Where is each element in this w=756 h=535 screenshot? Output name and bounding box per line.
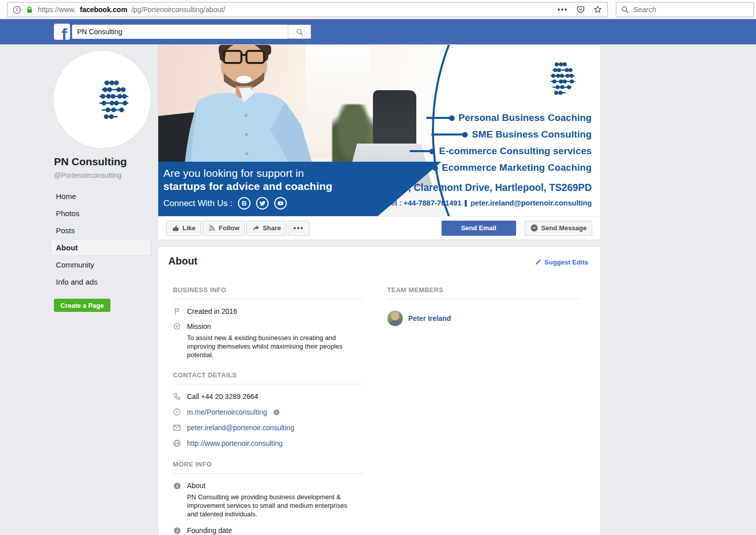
created-row: Created in 2016 [173, 307, 363, 315]
cover-contact-line: Tel : +44-7887-761491 peter.ireland@port… [387, 199, 592, 207]
phone-label: Call +44 20 3289 2664 [187, 392, 258, 400]
info-icon [173, 482, 181, 490]
create-a-page-button[interactable]: Create a Page [54, 299, 110, 312]
phone-icon [173, 392, 181, 400]
messenger-icon [173, 408, 181, 416]
team-member-row[interactable]: Peter Ireland [387, 310, 581, 326]
envelope-icon [173, 424, 181, 431]
page-info-icon[interactable] [13, 6, 21, 14]
sidebar-item-info-and-ads[interactable]: Info and ads [50, 273, 151, 290]
info-icon [173, 527, 181, 534]
service-item: SME Business Consulting [431, 128, 592, 141]
facebook-search-button[interactable] [288, 25, 311, 39]
cover-headline-1: Are you looking for support in [163, 167, 442, 179]
email-row: peter.ireland@portenoir.consulting [173, 424, 363, 432]
mission-label: Mission [187, 322, 211, 330]
sidebar-item-about[interactable]: About [50, 239, 151, 256]
cover-telephone: Tel : +44-7887-761491 [387, 199, 462, 207]
cover-email: peter.ireland@portenoir.consulting [470, 199, 592, 207]
send-message-button[interactable]: Send Message [525, 221, 592, 236]
sidebar-item-community[interactable]: Community [50, 256, 151, 273]
page-navigation: Home Photos Posts About Community Info a… [50, 187, 151, 290]
separator [465, 200, 467, 207]
page-action-bar: Like Follow Share ••• Send Email Send Me… [158, 216, 600, 239]
info-icon[interactable] [273, 409, 280, 416]
url-path: /pg/Portenoirconsulting/about/ [132, 6, 225, 14]
sidebar-item-photos[interactable]: Photos [50, 205, 151, 222]
service-item: Ecommerce Marketing Coaching [404, 162, 592, 174]
team-member-name[interactable]: Peter Ireland [408, 314, 451, 322]
contact-details-header: CONTACT DETAILS [173, 371, 363, 384]
about-section-card: About Suggest Edits BUSINESS INFO Create… [158, 246, 601, 535]
service-item: E-commerce Consulting services [410, 145, 592, 157]
business-info-header: BUSINESS INFO [173, 286, 363, 299]
sidebar-item-home[interactable]: Home [50, 187, 151, 205]
share-arrow-icon [252, 224, 260, 232]
avatar[interactable] [387, 310, 403, 326]
more-options-button[interactable]: ••• [288, 221, 309, 236]
service-item: Personal Business Coaching [426, 112, 592, 124]
send-email-button[interactable]: Send Email [442, 221, 516, 236]
sidebar-item-posts[interactable]: Posts [50, 222, 151, 239]
website-link[interactable]: http://www.portenoir.consulting [187, 439, 283, 447]
url-domain: facebook.com [80, 6, 127, 14]
page-handle: @Portenoirconsulting [54, 171, 121, 179]
messenger-icon [530, 224, 538, 232]
facebook-search-input[interactable] [72, 25, 288, 39]
browser-search-field[interactable]: Search [616, 2, 754, 17]
facebook-logo[interactable]: f [54, 24, 70, 40]
cover-card: Are you looking for support in startups … [158, 44, 601, 239]
phone-row: Call +44 20 3289 2664 [173, 392, 363, 400]
about-right-column: TEAM MEMBERS Peter Ireland [387, 286, 581, 326]
cover-address: 15, Claremont Drive, Hartlepool, TS269PD [397, 182, 592, 193]
mission-text: To assist new & existing businesses in c… [187, 333, 354, 359]
about-label: About [187, 482, 206, 490]
pn-consulting-logo [73, 72, 132, 128]
team-members-header: TEAM MEMBERS [387, 286, 581, 299]
about-left-column: BUSINESS INFO Created in 2016 Mission To… [173, 286, 363, 534]
blogger-icon: B [238, 197, 250, 210]
share-button[interactable]: Share [246, 221, 286, 236]
flag-icon [173, 307, 181, 315]
cover-photo[interactable]: Are you looking for support in startups … [158, 45, 600, 216]
youtube-icon [274, 197, 287, 210]
mission-target-icon [173, 322, 181, 330]
about-row: About [173, 482, 363, 490]
messenger-link[interactable]: m.me/Portenoirconsulting [187, 408, 267, 416]
like-button[interactable]: Like [166, 221, 201, 236]
bookmark-star-icon[interactable] [593, 5, 602, 14]
follow-button[interactable]: Follow [203, 221, 245, 236]
follow-rss-icon [208, 224, 216, 232]
search-icon [621, 6, 629, 14]
cover-info-panel: Personal Business Coaching SME Business … [419, 45, 600, 216]
founding-date-row: Founding date [173, 526, 363, 534]
created-label: Created in 2016 [187, 307, 237, 315]
facebook-header: f [0, 19, 756, 44]
service-label: SME Business Consulting [472, 129, 592, 140]
url-bar[interactable]: https://www.facebook.com/pg/Portenoircon… [7, 2, 608, 17]
url-scheme: https://www. [38, 6, 76, 14]
about-text: PN Consulting we providing business deve… [187, 493, 354, 518]
messenger-row: m.me/Portenoirconsulting [173, 408, 363, 416]
suggest-edits-link[interactable]: Suggest Edits [535, 258, 588, 266]
twitter-icon [256, 197, 269, 210]
browser-search-placeholder: Search [633, 6, 656, 14]
pocket-icon[interactable] [576, 5, 585, 14]
page-actions-icon[interactable]: ••• [557, 6, 568, 14]
more-info-header: MORE INFO [173, 460, 363, 474]
pencil-icon [535, 259, 541, 265]
founding-date-label: Founding date [187, 526, 232, 534]
service-label: E-commerce Consulting services [439, 146, 592, 157]
more-options-icon: ••• [293, 224, 304, 232]
pn-consulting-logo [528, 55, 578, 102]
page-title: PN Consulting [54, 156, 127, 168]
email-link[interactable]: peter.ireland@portenoir.consulting [187, 424, 294, 432]
browser-toolbar: https://www.facebook.com/pg/Portenoircon… [0, 0, 756, 19]
secure-lock-icon[interactable] [25, 6, 34, 14]
mission-row: Mission [173, 322, 363, 330]
page-profile-picture[interactable] [53, 50, 151, 149]
service-label: Ecommerce Marketing Coaching [442, 162, 592, 173]
website-row: http://www.portenoir.consulting [173, 439, 363, 447]
globe-icon [173, 439, 181, 447]
about-section-title: About [168, 255, 198, 267]
